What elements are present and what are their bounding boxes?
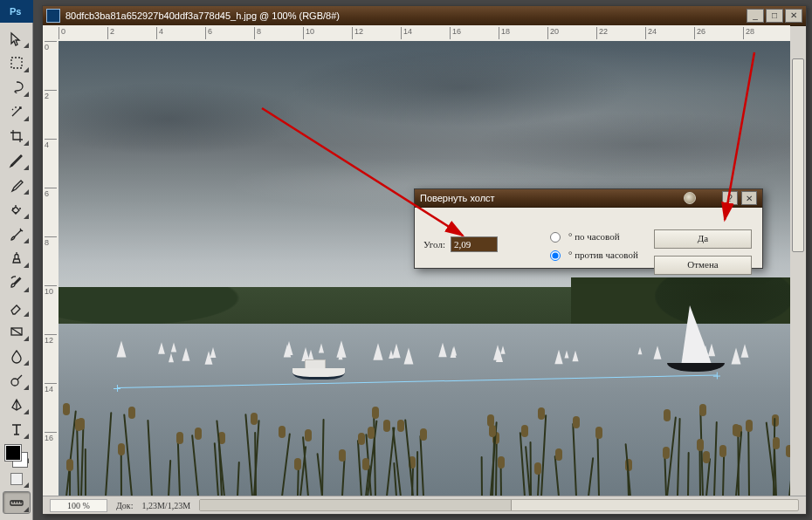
document-icon <box>46 9 60 23</box>
document-title: 80dfcb3ba81a652927b40ddf3a778d45_h.jpg @… <box>65 10 741 21</box>
dialog-collapse-icon[interactable] <box>684 192 696 204</box>
ruler-tick: 4 <box>45 139 57 165</box>
ruler-tick: 24 <box>645 27 657 39</box>
angle-input[interactable] <box>451 236 498 252</box>
ruler-tick: 16 <box>450 27 461 39</box>
scrollbar-thumb[interactable] <box>200 500 512 510</box>
healing-brush-tool[interactable] <box>3 198 31 221</box>
gradient-tool[interactable] <box>3 320 31 343</box>
crop-tool[interactable] <box>3 125 31 147</box>
marquee-tool[interactable] <box>3 51 31 74</box>
ruler-tick: 12 <box>45 334 57 360</box>
eraser-tool[interactable] <box>3 296 31 318</box>
document-titlebar[interactable]: 80dfcb3ba81a652927b40ddf3a778d45_h.jpg @… <box>43 6 806 26</box>
minimize-button[interactable]: _ <box>747 9 764 23</box>
measure-tool[interactable] <box>3 491 31 514</box>
ruler-tick: 2 <box>107 27 114 39</box>
ccw-radio[interactable] <box>550 250 561 261</box>
magic-wand-tool[interactable] <box>3 100 31 123</box>
ruler-tick: 22 <box>596 27 608 39</box>
ruler-tick: 26 <box>694 27 705 39</box>
ok-button[interactable]: Да <box>654 229 752 249</box>
dialog-help-button[interactable]: ? <box>722 191 738 205</box>
type-tool[interactable] <box>3 418 31 441</box>
cancel-button[interactable]: Отмена <box>654 256 752 275</box>
dialog-titlebar[interactable]: Повернуть холст ? ✕ <box>415 189 762 208</box>
dialog-close-button[interactable]: ✕ <box>741 191 757 205</box>
close-button[interactable]: ✕ <box>785 9 802 23</box>
svg-text:Ps: Ps <box>10 6 21 17</box>
color-swatches[interactable] <box>5 445 28 468</box>
ruler-tick: 14 <box>45 383 57 409</box>
docsize-label: Док: <box>116 501 133 510</box>
hand-tool[interactable] <box>3 516 31 520</box>
docsize-value: 1,23M/1,23M <box>141 501 190 510</box>
lasso-tool[interactable] <box>3 76 31 99</box>
zoom-level-field[interactable]: 100 % <box>50 499 107 512</box>
ruler-tick: 12 <box>352 27 363 39</box>
pen-tool[interactable] <box>3 393 31 416</box>
status-bar: 100 % Док: 1,23M/1,23M <box>43 496 806 514</box>
vertical-scrollbar[interactable] <box>789 41 806 496</box>
maximize-button[interactable]: □ <box>766 9 783 23</box>
ruler-tick: 8 <box>254 27 261 39</box>
ruler-tick: 16 <box>45 432 57 458</box>
ruler-tick: 28 <box>743 27 754 39</box>
ruler-tick: 6 <box>205 27 212 39</box>
app-logo: Ps <box>0 0 33 23</box>
ruler-tick: 20 <box>547 27 559 39</box>
ruler-tick: 10 <box>45 285 57 311</box>
angle-label: Угол: <box>423 239 445 250</box>
cw-radio[interactable] <box>550 232 561 243</box>
ruler-horizontal[interactable]: 0246810121416182022242628 <box>58 25 790 42</box>
eyedropper-tool[interactable] <box>3 174 31 196</box>
ruler-tick: 8 <box>45 236 57 263</box>
ccw-radio-row[interactable]: ° против часовой <box>546 248 638 261</box>
ruler-tick: 14 <box>401 27 412 39</box>
cw-radio-row[interactable]: ° по часовой <box>546 229 638 243</box>
ruler-tick: 2 <box>45 90 57 116</box>
svg-point-4 <box>11 379 18 386</box>
slice-tool[interactable] <box>3 149 31 172</box>
scrollbar-thumb[interactable] <box>792 58 804 252</box>
rotate-canvas-dialog: Повернуть холст ? ✕ Угол: ° по часовой °… <box>414 188 763 269</box>
clone-stamp-tool[interactable] <box>3 247 31 270</box>
blur-tool[interactable] <box>3 345 31 367</box>
ruler-tick: 10 <box>303 27 314 39</box>
ruler-tick: 6 <box>45 188 57 214</box>
horizontal-scrollbar[interactable] <box>199 499 799 511</box>
foreground-color-swatch[interactable] <box>5 445 21 461</box>
brush-tool[interactable] <box>3 222 31 245</box>
cw-label: ° по часовой <box>568 231 620 242</box>
ccw-label: ° против часовой <box>568 250 638 260</box>
quickmask-toggle[interactable] <box>10 473 23 485</box>
dodge-tool[interactable] <box>3 369 31 392</box>
dialog-title: Повернуть холст <box>420 193 684 203</box>
ruler-tick: 4 <box>156 27 163 39</box>
toolbox-footer <box>0 440 33 485</box>
move-tool[interactable] <box>3 27 31 50</box>
toolbox-panel: Ps <box>0 0 33 520</box>
ruler-origin[interactable] <box>43 25 59 42</box>
svg-rect-2 <box>11 58 22 68</box>
ruler-vertical[interactable]: 0246810121416 <box>43 41 59 496</box>
ruler-tick: 0 <box>45 41 57 67</box>
ruler-tick: 0 <box>58 27 65 39</box>
history-brush-tool[interactable] <box>3 271 31 294</box>
ruler-tick: 18 <box>499 27 510 39</box>
